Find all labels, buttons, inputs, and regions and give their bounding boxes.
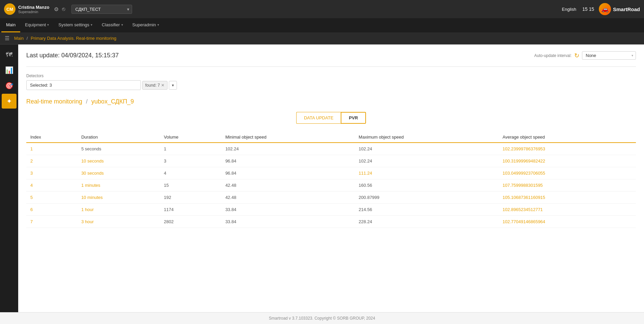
auto-update-area: Auto-update interval: ↻ None 5 seconds 1… [534, 51, 636, 60]
found-badge: found: 7 ✕ [142, 81, 167, 90]
language-selector[interactable]: English [562, 7, 576, 12]
sidebar-item-chart[interactable]: 📊 [2, 63, 17, 78]
cell-index: 7 [26, 216, 77, 228]
col-volume: Volume [160, 132, 221, 143]
cell-duration: 5 seconds [77, 143, 160, 155]
detectors-label: Detectors [26, 73, 636, 78]
avatar: CM [4, 3, 16, 15]
topbar-icons: ⚙ ⎋ [54, 6, 65, 12]
nav-system-settings[interactable]: System settings ▾ [54, 18, 97, 32]
menu-icon[interactable]: ☰ [5, 35, 9, 41]
cell-index: 5 [26, 192, 77, 204]
breadcrumb-separator: / [27, 36, 29, 41]
cell-max-speed: 102.24 [355, 155, 498, 167]
cell-min-speed: 42.48 [221, 179, 355, 192]
table-row: 6 1 hour 1174 33.84 214.56 102.896523451… [26, 204, 636, 216]
section-title-link[interactable]: Real-time monitoring [26, 98, 82, 105]
table-body: 1 5 seconds 1 102.24 102.24 102.23999786… [26, 143, 636, 228]
col-min-speed: Minimal object speed [221, 132, 355, 143]
auto-update-select[interactable]: None 5 seconds 10 seconds 30 seconds 1 m… [582, 51, 636, 60]
cell-max-speed: 214.56 [355, 204, 498, 216]
cell-duration: 30 seconds [77, 167, 160, 179]
sidebar-item-monitoring[interactable]: ✦ [2, 94, 17, 109]
cell-volume: 192 [160, 192, 221, 204]
pvr-button[interactable]: PVR [341, 112, 366, 124]
cell-min-speed: 96.84 [221, 155, 355, 167]
section-title: Real-time monitoring / yubox_СДКП_9 [26, 98, 636, 105]
layout: 🗺 📊 🎯 ✦ Last update: 04/09/2024, 15:15:3… [0, 45, 644, 312]
sidebar: 🗺 📊 🎯 ✦ [0, 45, 18, 312]
system-select-wrap[interactable]: СДКП_ТЕСТ ▾ [65, 5, 132, 14]
settings-icon[interactable]: ⚙ [54, 6, 59, 12]
breadcrumb: Main / Primary Data Analysis. Real-time … [14, 36, 116, 41]
nav-main[interactable]: Main [1, 18, 20, 32]
cell-index: 6 [26, 204, 77, 216]
current-time: 15 15 [582, 6, 594, 12]
cell-max-speed: 228.24 [355, 216, 498, 228]
table-row: 5 10 minutes 192 42.48 200.87999 105.106… [26, 192, 636, 204]
cell-index: 4 [26, 179, 77, 192]
cell-max-speed: 200.87999 [355, 192, 498, 204]
col-max-speed: Maximum object speed [355, 132, 498, 143]
section-title-sep: / [86, 98, 89, 105]
breadcrumb-current: Primary Data Analysis. Real-time monitor… [31, 36, 116, 41]
cell-index: 3 [26, 167, 77, 179]
cell-volume: 3 [160, 155, 221, 167]
sidebar-item-map[interactable]: 🗺 [2, 47, 17, 62]
cell-index: 2 [26, 155, 77, 167]
nav-classifier[interactable]: Classifier ▾ [97, 18, 127, 32]
user-name: Cristina Manzo [18, 5, 49, 10]
cell-avg-speed: 102.8965234512771 [498, 204, 636, 216]
last-update-row: Last update: 04/09/2024, 15:15:37 Auto-u… [26, 51, 636, 60]
section-device: yubox_СДКП_9 [91, 98, 134, 105]
last-update-text: Last update: 04/09/2024, 15:15:37 [26, 52, 119, 59]
logo-icon: 🚗 [599, 3, 611, 15]
data-table: Index Duration Volume Minimal object spe… [26, 132, 636, 228]
cell-min-speed: 42.48 [221, 192, 355, 204]
cell-max-speed: 160.56 [355, 179, 498, 192]
cell-duration: 1 minutes [77, 179, 160, 192]
cell-index: 1 [26, 143, 77, 155]
nav-equipment[interactable]: Equipment ▾ [20, 18, 54, 32]
breadcrumb-bar: ☰ Main / Primary Data Analysis. Real-tim… [0, 32, 644, 45]
buttons-row: DATA UPDATE PVR [26, 112, 636, 124]
topbar: CM Cristina Manzo Superadmin ⚙ ⎋ СДКП_ТЕ… [0, 0, 644, 18]
cell-volume: 2802 [160, 216, 221, 228]
data-update-button[interactable]: DATA UPDATE [296, 112, 341, 124]
detectors-input-row: found: 7 ✕ ▾ [26, 80, 636, 90]
cell-avg-speed: 100.31999969482422 [498, 155, 636, 167]
found-text: found: 7 [145, 83, 160, 88]
system-select[interactable]: СДКП_ТЕСТ [71, 5, 132, 14]
breadcrumb-main[interactable]: Main [14, 36, 24, 41]
refresh-icon[interactable]: ↻ [574, 52, 579, 59]
cell-duration: 10 seconds [77, 155, 160, 167]
cell-avg-speed: 105.10687361160915 [498, 192, 636, 204]
main-content: Last update: 04/09/2024, 15:15:37 Auto-u… [18, 45, 644, 312]
user-section: CM Cristina Manzo Superadmin [4, 3, 49, 15]
superadmin-chevron: ▾ [157, 23, 159, 27]
cell-avg-speed: 107.7599988301595 [498, 179, 636, 192]
table-row: 7 3 hour 2802 33.84 228.24 102.770491468… [26, 216, 636, 228]
col-index: Index [26, 132, 77, 143]
auto-update-select-wrap[interactable]: None 5 seconds 10 seconds 30 seconds 1 m… [582, 51, 636, 60]
detectors-input[interactable] [26, 80, 141, 90]
nav-superadmin[interactable]: Superadmin ▾ [128, 18, 164, 32]
cell-volume: 15 [160, 179, 221, 192]
cell-avg-speed: 103.04999923706055 [498, 167, 636, 179]
cell-max-speed: 102.24 [355, 143, 498, 155]
cell-min-speed: 102.24 [221, 143, 355, 155]
navbar: Main Equipment ▾ System settings ▾ Class… [0, 18, 644, 32]
col-duration: Duration [77, 132, 160, 143]
detectors-dropdown-btn[interactable]: ▾ [169, 81, 177, 90]
cell-duration: 3 hour [77, 216, 160, 228]
clear-found-icon[interactable]: ✕ [161, 83, 164, 88]
cell-max-speed: 111.24 [355, 167, 498, 179]
footer-text: Smartroad v 3.7.103323. Copyright © SORB… [269, 316, 375, 321]
exit-icon[interactable]: ⎋ [62, 6, 65, 12]
logo: 🚗 SmartRoad [599, 3, 640, 15]
cell-duration: 10 minutes [77, 192, 160, 204]
sidebar-item-target[interactable]: 🎯 [2, 78, 17, 93]
equipment-chevron: ▾ [47, 23, 49, 27]
user-info: Cristina Manzo Superadmin [18, 5, 49, 14]
cell-volume: 1 [160, 143, 221, 155]
